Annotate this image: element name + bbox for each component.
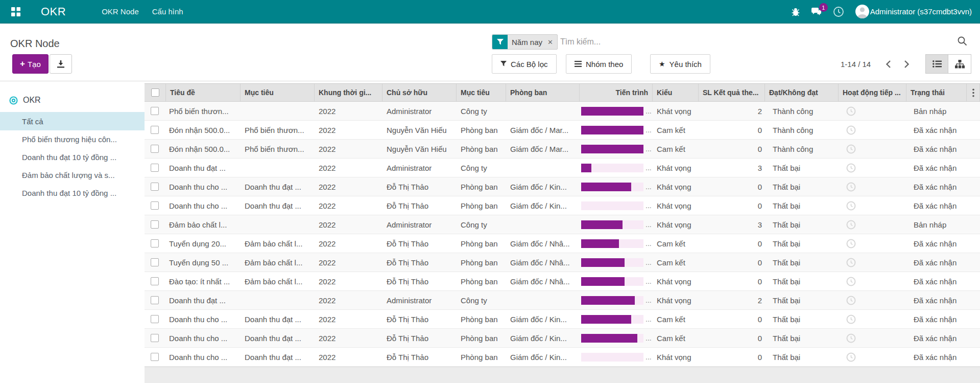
cell-kind[interactable]: Khát vọng: [653, 272, 699, 290]
cell-kind[interactable]: Khát vọng: [653, 102, 699, 120]
cell-activity[interactable]: [839, 348, 906, 366]
cell-progress[interactable]: ...: [580, 348, 653, 366]
table-row[interactable]: Đón nhận 500.0... Phổ biến thươn... 2022…: [145, 140, 980, 159]
cell-objective[interactable]: [241, 291, 315, 309]
table-row[interactable]: Tuyển dụng 20... Đảm bảo chất l... 2022 …: [145, 234, 980, 253]
cell-status[interactable]: Đã xác nhận: [906, 196, 967, 215]
activity-clock-icon[interactable]: [846, 258, 856, 267]
search-input[interactable]: [560, 34, 887, 50]
cell-kind[interactable]: Cam kết: [653, 253, 699, 272]
cell-status[interactable]: Đã xác nhận: [906, 253, 967, 272]
cell-kind[interactable]: Cam kết: [653, 234, 699, 253]
cell-title[interactable]: Doanh thu cho ...: [166, 348, 241, 366]
cell-result[interactable]: Thất bại: [765, 329, 839, 347]
cell-owner[interactable]: Đỗ Thị Thảo: [383, 272, 457, 290]
cell-timeframe[interactable]: 2022: [315, 159, 383, 177]
sidebar-root-okr[interactable]: OKR: [0, 93, 145, 108]
cell-timeframe[interactable]: 2022: [315, 272, 383, 290]
cell-status[interactable]: Đã xác nhận: [906, 329, 967, 347]
column-header-progress[interactable]: Tiến trình: [580, 84, 653, 101]
cell-owner[interactable]: Administrator: [383, 159, 457, 177]
cell-progress[interactable]: ...: [580, 272, 653, 290]
sidebar-item-0[interactable]: Tất cả: [0, 112, 145, 130]
cell-objective[interactable]: [241, 159, 315, 177]
cell-activity[interactable]: [839, 291, 906, 309]
table-row[interactable]: Đón nhận 500.0... Phổ biến thươn... 2022…: [145, 121, 980, 140]
cell-owner[interactable]: Đỗ Thị Thảo: [383, 329, 457, 347]
menu-cau-hinh[interactable]: Cấu hình: [152, 7, 183, 16]
pager-next-icon[interactable]: [898, 54, 915, 74]
cell-kind[interactable]: Cam kết: [653, 121, 699, 139]
cell-progress[interactable]: ...: [580, 310, 653, 328]
row-checkbox[interactable]: [151, 183, 159, 191]
cell-activity[interactable]: [839, 177, 906, 196]
cell-owner[interactable]: Đỗ Thị Thảo: [383, 310, 457, 328]
cell-scope[interactable]: Phòng ban: [457, 310, 506, 328]
cell-count[interactable]: 3: [699, 215, 765, 234]
cell-objective[interactable]: Doanh thu đạt ...: [241, 196, 315, 215]
cell-progress[interactable]: ...: [580, 102, 653, 120]
debug-bug-icon[interactable]: [792, 7, 800, 16]
activity-clock-icon[interactable]: [846, 144, 856, 154]
table-row[interactable]: Doanh thu cho ... Doanh thu đạt ... 2022…: [145, 310, 980, 329]
cell-status[interactable]: Bản nháp: [906, 215, 967, 234]
cell-title[interactable]: Doanh thu đạt ...: [166, 159, 241, 177]
cell-result[interactable]: Thành công: [765, 102, 839, 120]
cell-title[interactable]: Đón nhận 500.0...: [166, 121, 241, 139]
cell-count[interactable]: 0: [699, 310, 765, 328]
cell-title[interactable]: Doanh thu cho ...: [166, 329, 241, 347]
cell-objective[interactable]: Doanh thu đạt ...: [241, 310, 315, 328]
cell-timeframe[interactable]: 2022: [315, 329, 383, 347]
row-checkbox[interactable]: [151, 277, 159, 285]
table-row[interactable]: Đảm bảo chất l... 2022 Administrator Côn…: [145, 215, 980, 234]
column-header-timeframe[interactable]: Khung thời gi...: [315, 84, 383, 101]
row-checkbox[interactable]: [151, 220, 159, 229]
cell-scope[interactable]: Công ty: [457, 159, 506, 177]
row-checkbox[interactable]: [151, 258, 159, 266]
row-checkbox[interactable]: [151, 353, 159, 361]
cell-scope[interactable]: Công ty: [457, 215, 506, 234]
cell-scope[interactable]: Phòng ban: [457, 177, 506, 196]
cell-count[interactable]: 0: [699, 234, 765, 253]
cell-count[interactable]: 2: [699, 291, 765, 309]
cell-progress[interactable]: ...: [580, 196, 653, 215]
cell-activity[interactable]: [839, 234, 906, 253]
activity-clock-icon[interactable]: [846, 125, 856, 135]
cell-timeframe[interactable]: 2022: [315, 234, 383, 253]
cell-title[interactable]: Đón nhận 500.0...: [166, 140, 241, 158]
facet-remove-icon[interactable]: ✕: [546, 35, 557, 49]
cell-owner[interactable]: Đỗ Thị Thảo: [383, 234, 457, 253]
activity-clock-icon[interactable]: [846, 296, 856, 305]
cell-owner[interactable]: Đỗ Thị Thảo: [383, 348, 457, 366]
cell-owner[interactable]: Đỗ Thị Thảo: [383, 177, 457, 196]
cell-result[interactable]: Thất bại: [765, 291, 839, 309]
cell-objective[interactable]: Doanh thu đạt ...: [241, 329, 315, 347]
table-row[interactable]: Đào tạo: ít nhất ... Đảm bảo chất l... 2…: [145, 272, 980, 291]
column-header-result[interactable]: Đạt/Không đạt: [765, 84, 839, 101]
cell-department[interactable]: Giám đốc / Nhâ...: [506, 272, 580, 290]
cell-status[interactable]: Đã xác nhận: [906, 348, 967, 366]
cell-timeframe[interactable]: 2022: [315, 177, 383, 196]
cell-scope[interactable]: Công ty: [457, 291, 506, 309]
column-header-scope[interactable]: Mục tiêu: [457, 84, 506, 101]
cell-status[interactable]: Bản nháp: [906, 102, 967, 120]
column-options-button[interactable]: [967, 84, 980, 101]
cell-title[interactable]: Tuyển dụng 20...: [166, 234, 241, 253]
activity-clock-icon[interactable]: [846, 314, 856, 324]
cell-timeframe[interactable]: 2022: [315, 215, 383, 234]
cell-kind[interactable]: Khát vọng: [653, 196, 699, 215]
cell-timeframe[interactable]: 2022: [315, 102, 383, 120]
cell-progress[interactable]: ...: [580, 234, 653, 253]
cell-objective[interactable]: [241, 215, 315, 234]
activity-clock-nav-icon[interactable]: [833, 6, 844, 17]
column-header-title[interactable]: Tiêu đề: [166, 84, 241, 101]
cell-status[interactable]: Đã xác nhận: [906, 291, 967, 309]
cell-department[interactable]: [506, 215, 580, 234]
cell-objective[interactable]: Doanh thu đạt ...: [241, 177, 315, 196]
cell-scope[interactable]: Phòng ban: [457, 140, 506, 158]
row-checkbox[interactable]: [151, 296, 159, 304]
cell-count[interactable]: 2: [699, 102, 765, 120]
cell-result[interactable]: Thất bại: [765, 253, 839, 272]
cell-objective[interactable]: Doanh thu đạt ...: [241, 348, 315, 366]
cell-objective[interactable]: Phổ biến thươn...: [241, 140, 315, 158]
